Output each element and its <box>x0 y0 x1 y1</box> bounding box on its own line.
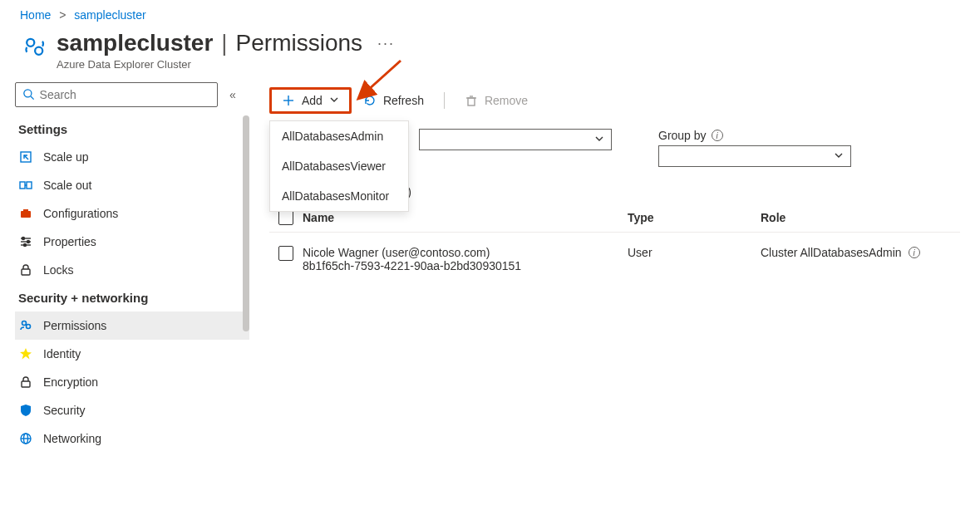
permissions-icon <box>18 318 33 333</box>
sidebar-item-encryption[interactable]: Encryption <box>15 368 249 396</box>
search-icon <box>22 88 35 101</box>
svg-rect-9 <box>21 211 31 218</box>
search-input[interactable] <box>40 88 210 101</box>
sidebar-item-permissions[interactable]: Permissions <box>15 311 249 340</box>
sidebar-section-title: Settings <box>15 115 249 143</box>
chevron-down-icon <box>329 94 339 107</box>
scrollbar-thumb[interactable] <box>243 115 249 331</box>
add-option-viewer[interactable]: AllDatabasesViewer <box>270 151 408 181</box>
configurations-icon <box>18 206 33 221</box>
svg-point-14 <box>22 238 25 240</box>
plus-icon <box>282 94 295 107</box>
table-row[interactable]: Nicole Wagner (user@contoso.com)8b1f65ch… <box>269 233 960 279</box>
identity-icon <box>18 346 33 361</box>
resource-type: Azure Data Explorer Cluster <box>57 58 395 71</box>
networking-icon <box>18 431 33 446</box>
locks-icon <box>18 262 33 277</box>
cluster-name: samplecluster <box>57 30 213 56</box>
column-name[interactable]: Name <box>303 211 628 224</box>
breadcrumb: Home > samplecluster <box>0 0 980 25</box>
more-button[interactable]: ··· <box>377 35 395 52</box>
sidebar-item-configurations[interactable]: Configurations <box>15 199 249 228</box>
row-checkbox[interactable] <box>278 246 293 261</box>
page-header: samplecluster | Permissions ··· Azure Da… <box>0 25 980 82</box>
svg-point-15 <box>27 241 30 243</box>
sidebar-item-label: Encryption <box>43 375 98 389</box>
sidebar-item-label: Configurations <box>43 207 118 220</box>
svg-point-19 <box>27 325 31 329</box>
svg-point-0 <box>27 39 34 47</box>
sidebar-item-label: Security <box>43 404 86 417</box>
add-dropdown: AllDatabasesAdmin AllDatabasesViewer All… <box>269 120 409 212</box>
sidebar-item-label: Networking <box>43 432 101 445</box>
security-icon <box>18 403 33 418</box>
svg-rect-10 <box>23 209 28 211</box>
column-type[interactable]: Type <box>628 211 761 224</box>
cell-type: User <box>628 246 761 259</box>
breadcrumb-home[interactable]: Home <box>20 8 51 22</box>
sidebar-item-scale-out[interactable]: Scale out <box>15 171 249 199</box>
remove-label: Remove <box>485 94 528 107</box>
trash-icon <box>465 94 478 107</box>
info-icon[interactable]: i <box>909 247 920 258</box>
svg-point-18 <box>22 321 27 326</box>
refresh-label: Refresh <box>383 94 424 107</box>
add-label: Add <box>302 94 323 107</box>
column-role[interactable]: Role <box>761 211 960 224</box>
cluster-icon <box>20 33 48 61</box>
properties-icon <box>18 234 33 249</box>
sidebar-item-label: Locks <box>43 263 74 277</box>
sidebar-item-label: Properties <box>43 235 96 248</box>
svg-rect-27 <box>468 98 475 105</box>
svg-point-1 <box>35 47 42 55</box>
refresh-button[interactable]: Refresh <box>355 87 432 114</box>
svg-rect-20 <box>22 381 30 387</box>
breadcrumb-cluster[interactable]: samplecluster <box>74 8 145 22</box>
chevron-down-icon <box>834 150 844 163</box>
encryption-icon <box>18 375 33 390</box>
add-option-monitor[interactable]: AllDatabasesMonitor <box>270 181 408 211</box>
scale-up-icon <box>18 150 33 164</box>
chevron-down-icon <box>594 133 604 146</box>
svg-rect-6 <box>20 182 25 189</box>
sidebar-item-properties[interactable]: Properties <box>15 228 249 256</box>
sidebar-item-label: Identity <box>43 347 81 360</box>
svg-rect-7 <box>27 182 32 189</box>
sidebar-section-title: Security + networking <box>15 284 249 311</box>
page-title: Permissions <box>236 30 362 56</box>
sidebar-item-label: Scale up <box>43 150 88 164</box>
cell-role: Cluster AllDatabasesAdmini <box>761 246 960 259</box>
info-icon[interactable]: i <box>712 130 723 141</box>
cell-name: Nicole Wagner (user@contoso.com)8b1f65ch… <box>303 246 628 272</box>
title-separator: | <box>221 30 227 56</box>
refresh-icon <box>363 94 377 107</box>
svg-point-2 <box>24 90 32 97</box>
sidebar-search[interactable] <box>15 82 218 107</box>
toolbar: Add Refresh Remove <box>269 82 960 119</box>
add-option-admin[interactable]: AllDatabasesAdmin <box>270 121 408 151</box>
collapse-sidebar-button[interactable]: « <box>223 88 243 101</box>
svg-line-3 <box>31 96 34 100</box>
group-by-select[interactable] <box>658 145 851 167</box>
sidebar-item-security[interactable]: Security <box>15 396 249 424</box>
remove-button: Remove <box>456 87 536 114</box>
sidebar-item-scale-up[interactable]: Scale up <box>15 143 249 171</box>
toolbar-separator <box>444 92 445 109</box>
sidebar-item-networking[interactable]: Networking <box>15 424 249 453</box>
add-button[interactable]: Add <box>269 87 352 114</box>
sidebar-item-identity[interactable]: Identity <box>15 340 249 368</box>
scale-out-icon <box>18 178 33 193</box>
role-filter-select[interactable] <box>419 129 612 150</box>
main-content: Add Refresh Remove <box>249 82 980 509</box>
svg-line-5 <box>24 155 28 159</box>
group-by-label: Group by i <box>658 129 851 142</box>
select-all-checkbox[interactable] <box>278 210 293 225</box>
svg-point-16 <box>24 244 27 247</box>
sidebar-item-label: Permissions <box>43 319 106 332</box>
svg-rect-17 <box>22 269 30 275</box>
sidebar-item-label: Scale out <box>43 179 91 192</box>
chevron-right-icon: > <box>59 8 66 22</box>
permissions-table: Name Type Role Nicole Wagner (user@conto… <box>269 210 960 279</box>
table-header: Name Type Role <box>269 210 960 233</box>
sidebar-item-locks[interactable]: Locks <box>15 256 249 284</box>
